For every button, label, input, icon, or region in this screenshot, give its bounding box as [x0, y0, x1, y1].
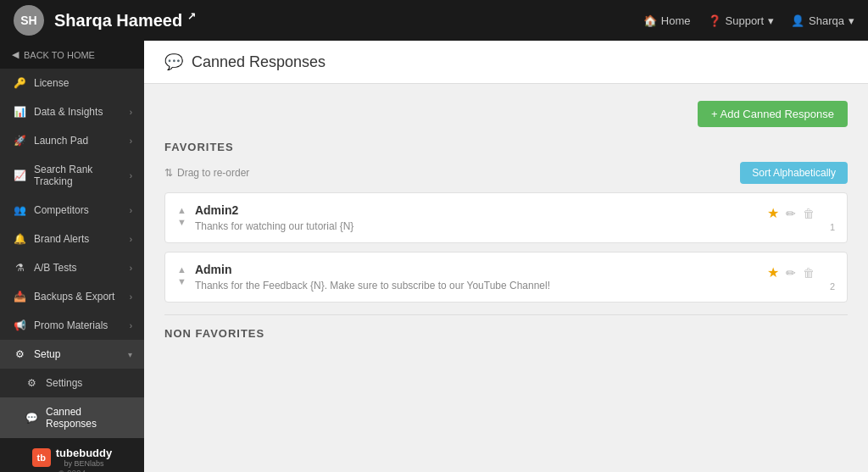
license-icon: 🔑 — [12, 77, 27, 89]
sidebar-item-ab-tests[interactable]: ⚗ A/B Tests › — [0, 253, 144, 282]
search-rank-icon: 📈 — [12, 169, 27, 181]
settings-icon: ⚙ — [24, 377, 39, 389]
brand-name: tubebuddy — [56, 447, 112, 459]
up-arrow-icon: ▲ — [177, 205, 186, 215]
username-label: Sharqa Hameed — [54, 11, 182, 30]
chevron-right-icon: › — [130, 264, 132, 273]
canned-card-actions: ★ ✏ 🗑 — [767, 264, 815, 280]
sidebar-item-label: Promo Materials — [34, 319, 130, 331]
sidebar-item-promo-materials[interactable]: 📢 Promo Materials › — [0, 311, 144, 340]
user-menu[interactable]: 👤 Sharqa ▾ — [791, 14, 854, 27]
sidebar-item-label: Search Rank Tracking — [34, 164, 130, 187]
non-favorites-section-title: NON FAVORITES — [164, 327, 848, 340]
ab-icon: ⚗ — [12, 262, 27, 274]
main-content: 💬 Canned Responses + Add Canned Response… — [144, 41, 868, 472]
drag-sort-controls: ⇅ Drag to re-order Sort Alphabetically — [164, 162, 848, 184]
sidebar-item-setup[interactable]: ⚙ Setup ▾ — [0, 340, 144, 369]
sidebar-item-label: Settings — [46, 377, 132, 389]
avatar: SH — [14, 5, 44, 36]
sidebar-item-canned-responses[interactable]: 💬 Canned Responses — [0, 397, 144, 438]
brand-sub: by BENlabs — [56, 459, 112, 468]
canned-response-description: Thanks for the Feedback {N}. Make sure t… — [195, 280, 759, 292]
tubebuddy-logo: tb tubebuddy by BENlabs — [8, 447, 136, 468]
delete-icon[interactable]: 🗑 — [803, 207, 815, 220]
canned-response-page-icon: 💬 — [164, 53, 183, 71]
setup-icon: ⚙ — [12, 348, 27, 360]
edit-icon[interactable]: ✏ — [786, 266, 796, 280]
up-arrow-icon: ▲ — [177, 264, 186, 275]
sidebar-item-backups-export[interactable]: 📥 Backups & Export › — [0, 282, 144, 311]
add-canned-response-button[interactable]: + Add Canned Response — [698, 101, 848, 127]
home-link[interactable]: 🏠 Home — [643, 14, 691, 27]
sidebar: ◀ BACK TO HOME 🔑 License 📊 Data & Insigh… — [0, 41, 144, 472]
data-icon: 📊 — [12, 106, 27, 118]
drag-label: ⇅ Drag to re-order — [164, 167, 249, 179]
sidebar-item-settings[interactable]: ⚙ Settings — [0, 369, 144, 397]
home-label: Home — [661, 14, 691, 27]
sidebar-item-label: Backups & Export — [34, 291, 130, 303]
sidebar-item-label: Setup — [34, 348, 128, 360]
backup-icon: 📥 — [12, 291, 27, 303]
reorder-handle[interactable]: ▲ ▼ — [177, 205, 186, 227]
main-layout: ◀ BACK TO HOME 🔑 License 📊 Data & Insigh… — [0, 41, 868, 472]
chevron-right-icon: › — [130, 235, 132, 244]
bell-icon: 🔔 — [12, 233, 27, 245]
chevron-right-icon: › — [130, 108, 132, 117]
support-link[interactable]: ❓ Support ▾ — [708, 14, 775, 27]
sidebar-item-brand-alerts[interactable]: 🔔 Brand Alerts › — [0, 225, 144, 253]
promo-icon: 📢 — [12, 319, 27, 331]
chevron-right-icon: › — [130, 171, 132, 180]
question-icon: ❓ — [708, 14, 721, 27]
competitors-icon: 👥 — [12, 204, 27, 216]
user-icon: 👤 — [791, 14, 804, 27]
down-arrow-icon: ▼ — [177, 217, 186, 227]
reorder-handle[interactable]: ▲ ▼ — [177, 264, 186, 286]
top-navigation: SH Sharqa Hameed ↗ 🏠 Home ❓ Support ▾ 👤 … — [0, 0, 868, 41]
back-label: BACK TO HOME — [24, 50, 95, 60]
sidebar-item-label: Competitors — [34, 204, 130, 216]
canned-card-actions: ★ ✏ 🗑 — [767, 205, 815, 221]
support-label: Support — [726, 14, 765, 27]
favorite-star-icon[interactable]: ★ — [767, 205, 779, 221]
card-number: 1 — [823, 222, 835, 232]
down-arrow-icon: ▼ — [177, 276, 186, 286]
user-label: Sharqa — [809, 14, 844, 27]
canned-card-body: Admin Thanks for the Feedback {N}. Make … — [195, 263, 759, 292]
app-title: Sharqa Hameed ↗ — [54, 10, 643, 31]
back-to-home-button[interactable]: ◀ BACK TO HOME — [0, 41, 144, 69]
avatar-initials: SH — [14, 5, 44, 36]
left-arrow-icon: ◀ — [12, 49, 19, 60]
sidebar-item-launch-pad[interactable]: 🚀 Launch Pad › — [0, 126, 144, 155]
canned-card: ▲ ▼ Admin2 Thanks for watching our tutor… — [164, 192, 848, 243]
chevron-down-icon: ▾ — [128, 350, 132, 359]
edit-icon[interactable]: ✏ — [786, 207, 796, 220]
external-link-icon: ↗ — [187, 10, 196, 22]
sidebar-item-data-insights[interactable]: 📊 Data & Insights › — [0, 97, 144, 126]
tubebuddy-icon: tb — [32, 448, 51, 467]
canned-card: ▲ ▼ Admin Thanks for the Feedback {N}. M… — [164, 252, 848, 303]
canned-card-body: Admin2 Thanks for watching our tutorial … — [195, 203, 759, 232]
chevron-right-icon: › — [130, 206, 132, 215]
chevron-right-icon: › — [130, 136, 132, 146]
page-header: 💬 Canned Responses — [144, 41, 868, 84]
chat-icon: 💬 — [24, 412, 39, 424]
sidebar-item-competitors[interactable]: 👥 Competitors › — [0, 196, 144, 225]
chevron-down-icon: ▾ — [849, 14, 854, 27]
reorder-icon: ⇅ — [164, 167, 173, 179]
sidebar-item-license[interactable]: 🔑 License — [0, 69, 144, 97]
favorites-section-title: FAVORITES — [164, 141, 848, 153]
favorite-star-icon[interactable]: ★ — [767, 264, 779, 280]
sidebar-item-label: Launch Pad — [34, 135, 130, 147]
sidebar-item-label: License — [34, 77, 132, 89]
sidebar-item-search-rank-tracking[interactable]: 📈 Search Rank Tracking › — [0, 155, 144, 196]
sidebar-item-label: Data & Insights — [34, 106, 130, 118]
topnav-links: 🏠 Home ❓ Support ▾ 👤 Sharqa ▾ — [643, 14, 854, 27]
card-number: 2 — [823, 281, 835, 292]
sidebar-footer: tb tubebuddy by BENlabs © 2024 — [0, 438, 144, 472]
sort-alphabetically-button[interactable]: Sort Alphabetically — [740, 162, 848, 184]
chevron-right-icon: › — [130, 321, 132, 330]
sidebar-item-label: A/B Tests — [34, 262, 130, 274]
chevron-down-icon: ▾ — [768, 14, 774, 27]
delete-icon[interactable]: 🗑 — [803, 266, 815, 280]
sidebar-item-label: Canned Responses — [46, 406, 132, 430]
